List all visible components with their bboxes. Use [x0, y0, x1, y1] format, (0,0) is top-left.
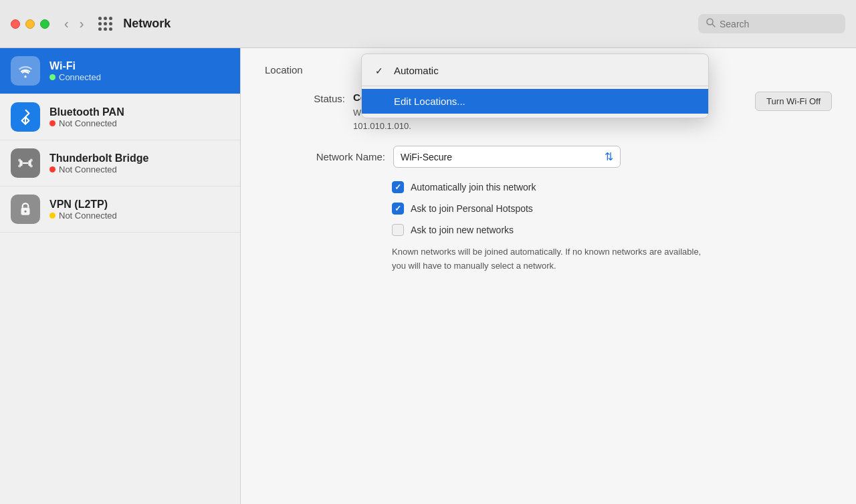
turn-wifi-off-button[interactable]: Turn Wi-Fi Off — [755, 92, 832, 111]
personal-hotspots-row: ✓ Ask to join Personal Hotspots — [392, 203, 832, 215]
bluetooth-item-status: Not Connected — [49, 118, 124, 128]
vpn-status-dot — [49, 213, 56, 219]
network-name-value: WiFi-Secure — [401, 152, 452, 162]
wifi-icon-bg — [11, 56, 40, 86]
new-networks-checkbox[interactable] — [392, 224, 404, 236]
thunderbolt-status-dot — [49, 166, 56, 172]
close-button[interactable] — [11, 19, 20, 29]
grid-icon[interactable] — [98, 17, 112, 31]
sidebar-item-bluetooth-pan[interactable]: Bluetooth PAN Not Connected — [0, 94, 240, 140]
dropdown-item-edit-locations[interactable]: Edit Locations... — [362, 89, 708, 114]
personal-hotspots-label: Ask to join Personal Hotspots — [411, 203, 533, 214]
wifi-status-dot — [49, 74, 56, 80]
svg-point-8 — [30, 164, 33, 167]
sidebar-item-wifi[interactable]: Wi-Fi Connected — [0, 48, 240, 94]
vpn-status-text: Not Connected — [59, 211, 117, 221]
auto-join-row: ✓ Automatically join this network — [392, 181, 832, 193]
vpn-icon-bg — [11, 195, 40, 224]
titlebar: ‹ › Network — [0, 0, 856, 48]
traffic-lights — [11, 19, 49, 29]
status-label: Status: — [265, 92, 345, 104]
select-arrows-icon: ⇅ — [605, 150, 613, 163]
bluetooth-item-text: Bluetooth PAN Not Connected — [49, 106, 124, 128]
search-bar[interactable] — [698, 14, 845, 33]
bottom-description: Known networks will be joined automatica… — [392, 245, 713, 273]
vpn-item-status: Not Connected — [49, 211, 117, 221]
checkmark-automatic: ✓ — [375, 66, 387, 76]
sidebar: Wi-Fi Connected Bluetooth PAN Not Connec… — [0, 48, 241, 504]
dropdown-item-automatic-label: Automatic — [394, 65, 439, 76]
thunderbolt-status-text: Not Connected — [59, 164, 117, 174]
thunderbolt-item-status: Not Connected — [49, 164, 148, 174]
dropdown-item-edit-locations-label: Edit Locations... — [394, 96, 465, 107]
bluetooth-icon-bg — [11, 102, 40, 132]
auto-join-checkbox[interactable]: ✓ — [392, 181, 404, 193]
personal-hotspots-checkbox[interactable]: ✓ — [392, 203, 404, 215]
checkmark-icon-2: ✓ — [395, 204, 401, 213]
svg-point-5 — [18, 159, 21, 162]
location-dropdown[interactable]: ✓ Automatic Edit Locations... — [361, 53, 709, 118]
network-name-row: Network Name: WiFi-Secure ⇅ — [265, 146, 832, 168]
network-name-dropdown[interactable]: WiFi-Secure ⇅ — [393, 146, 621, 168]
network-name-label: Network Name: — [265, 151, 385, 162]
dropdown-item-automatic[interactable]: ✓ Automatic — [362, 58, 708, 83]
svg-point-10 — [24, 211, 26, 213]
main-content: Wi-Fi Connected Bluetooth PAN Not Connec… — [0, 48, 856, 504]
forward-button[interactable]: › — [76, 15, 88, 33]
wifi-item-status: Connected — [49, 72, 101, 82]
bluetooth-item-name: Bluetooth PAN — [49, 106, 124, 118]
checkmark-icon: ✓ — [395, 182, 401, 192]
wifi-item-text: Wi-Fi Connected — [49, 60, 101, 82]
svg-rect-4 — [23, 162, 29, 164]
auto-join-label: Automatically join this network — [411, 182, 536, 193]
thunderbolt-item-text: Thunderbolt Bridge Not Connected — [49, 152, 148, 174]
location-label: Location — [265, 64, 303, 76]
maximize-button[interactable] — [40, 19, 49, 29]
window-title: Network — [123, 17, 698, 31]
new-networks-row: Ask to join new networks — [392, 224, 832, 236]
vpn-item-name: VPN (L2TP) — [49, 199, 117, 211]
search-input[interactable] — [720, 19, 827, 29]
search-icon — [706, 18, 716, 29]
thunderbolt-icon-bg — [11, 148, 40, 178]
svg-line-1 — [712, 24, 715, 27]
dropdown-divider — [362, 86, 708, 86]
minimize-button[interactable] — [25, 19, 35, 29]
bluetooth-status-text: Not Connected — [59, 118, 117, 128]
wifi-status-text: Connected — [59, 72, 101, 82]
svg-point-6 — [30, 159, 33, 162]
thunderbolt-item-name: Thunderbolt Bridge — [49, 152, 148, 164]
sidebar-item-vpn[interactable]: VPN (L2TP) Not Connected — [0, 186, 240, 233]
vpn-item-text: VPN (L2TP) Not Connected — [49, 199, 117, 221]
svg-point-7 — [18, 164, 21, 167]
right-panel: Location Status: Connected Wi-Fi is conn… — [241, 48, 856, 504]
wifi-item-name: Wi-Fi — [49, 60, 101, 72]
bluetooth-status-dot — [49, 120, 56, 126]
sidebar-item-thunderbolt[interactable]: Thunderbolt Bridge Not Connected — [0, 140, 240, 186]
back-button[interactable]: ‹ — [60, 15, 73, 33]
nav-buttons: ‹ › — [60, 15, 88, 33]
new-networks-label: Ask to join new networks — [411, 225, 514, 235]
